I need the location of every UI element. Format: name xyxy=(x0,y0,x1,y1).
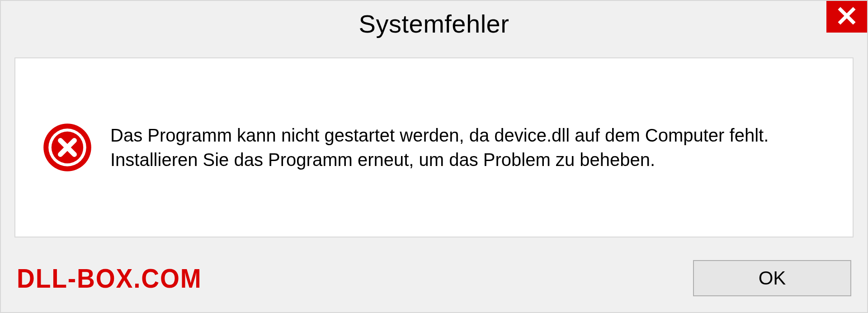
dialog-body: Das Programm kann nicht gestartet werden… xyxy=(14,57,854,237)
ok-button[interactable]: OK xyxy=(693,260,851,296)
error-message: Das Programm kann nicht gestartet werden… xyxy=(110,123,826,172)
titlebar: Systemfehler xyxy=(1,1,867,46)
watermark-text: DLL-BOX.COM xyxy=(17,263,202,294)
error-dialog: Systemfehler Das Programm kann nicht ges… xyxy=(0,0,868,313)
close-button[interactable] xyxy=(826,1,867,33)
error-icon xyxy=(42,123,92,172)
close-icon xyxy=(837,6,856,27)
dialog-footer: DLL-BOX.COM OK xyxy=(1,251,867,312)
dialog-title: Systemfehler xyxy=(359,9,509,38)
